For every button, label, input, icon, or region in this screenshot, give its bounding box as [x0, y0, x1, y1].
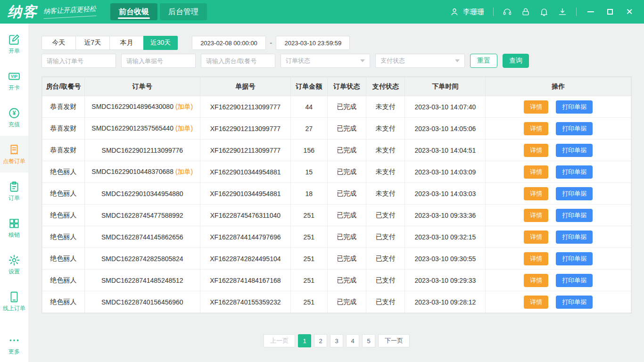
detail-button[interactable]: 详情 [524, 209, 548, 222]
order-status-select[interactable]: 订单状态 [281, 54, 370, 68]
order-status-cell: 已完成 [327, 183, 366, 205]
header-receipt-no: 单据号 [200, 77, 290, 96]
app-window: 纳客 纳客让开店更轻松 前台收银 后台管理 李珊珊 [0, 0, 644, 362]
sidebar-item-more[interactable]: 更多 [0, 328, 28, 361]
detail-button[interactable]: 详情 [524, 122, 548, 135]
order-no-cell: SMDC16229010448370688(加单) [84, 161, 200, 183]
detail-button[interactable]: 详情 [524, 252, 548, 265]
time-cell: 2023-03-10 09:28:12 [405, 291, 486, 313]
print-receipt-button[interactable]: 打印单据 [556, 252, 593, 265]
content-area: 今天 近7天 本月 近30天 - 订单状态 支付状态 [28, 24, 644, 362]
quick-filter-30days[interactable]: 近30天 [143, 36, 178, 50]
pay-status-cell: 未支付 [366, 96, 405, 118]
svg-text:VIP: VIP [11, 74, 17, 79]
print-receipt-button[interactable]: 打印单据 [556, 230, 593, 244]
quick-filter-today[interactable]: 今天 [41, 36, 76, 50]
header-actions: 操作 [486, 77, 631, 96]
actions-cell: 详情 打印单据 [486, 118, 631, 140]
quick-filter-month[interactable]: 本月 [109, 36, 144, 50]
sidebar-item-verify[interactable]: 核销 [0, 209, 28, 246]
order-no-cell: SMDC16229012113099776 [84, 140, 200, 161]
sidebar-item-vip-card[interactable]: VIP 开卡 [0, 62, 28, 99]
detail-button[interactable]: 详情 [524, 230, 548, 244]
header-order-status: 订单状态 [327, 77, 366, 96]
main-tabs: 前台收银 后台管理 [110, 3, 207, 20]
detail-button[interactable]: 详情 [524, 100, 548, 114]
more-icon [8, 334, 20, 346]
detail-button[interactable]: 详情 [524, 296, 548, 309]
order-no-cell: SMDC16229010344954880 [84, 183, 200, 205]
detail-button[interactable]: 详情 [524, 187, 548, 200]
print-receipt-button[interactable]: 打印单据 [556, 122, 593, 135]
recharge-icon: ¥ [8, 107, 20, 119]
tab-backend-admin[interactable]: 后台管理 [160, 3, 207, 20]
verify-icon [8, 217, 20, 230]
page-button[interactable]: 5 [362, 334, 375, 347]
sidebar-item-label: 充值 [8, 122, 20, 128]
sidebar-item-orders[interactable]: 订单 [0, 173, 28, 209]
print-receipt-button[interactable]: 打印单据 [556, 296, 593, 309]
maximize-button[interactable] [605, 7, 615, 17]
detail-button[interactable]: 详情 [524, 144, 548, 157]
room-cell: 恭喜发财 [42, 96, 85, 118]
actions-cell: 详情 打印单据 [486, 140, 631, 161]
add-order-tag: (加单) [175, 124, 193, 132]
maximize-icon [607, 9, 613, 15]
page-button[interactable]: 1 [298, 334, 311, 347]
bell-icon[interactable] [539, 7, 549, 16]
time-cell: 2023-03-10 14:04:51 [405, 140, 486, 161]
sidebar-item-online-orders[interactable]: 线上订单 [0, 283, 28, 320]
close-button[interactable]: ✕ [624, 7, 635, 17]
receipt-no-cell: XF16228745476311040 [200, 205, 290, 226]
page-button[interactable]: 4 [346, 334, 359, 347]
sidebar-item-open-order[interactable]: 开单 [0, 25, 28, 62]
user-menu[interactable]: 李珊珊 [450, 7, 484, 16]
filter-row-search: 订单状态 支付状态 重置 查询 [41, 54, 632, 68]
page-button[interactable]: 3 [330, 334, 343, 347]
room-input[interactable] [201, 54, 275, 68]
quick-filter-7days[interactable]: 近7天 [75, 36, 110, 50]
sidebar-item-meal-orders[interactable]: 点餐订单 [0, 136, 28, 173]
order-status-cell: 已完成 [327, 248, 366, 270]
reset-button[interactable]: 重置 [470, 54, 497, 68]
order-status-cell: 已完成 [327, 270, 366, 291]
receipt-no-input[interactable] [121, 54, 196, 68]
date-from-input[interactable] [192, 36, 266, 50]
pagination-next[interactable]: 下一页 [378, 334, 410, 347]
actions-cell: 详情 打印单据 [486, 161, 631, 183]
sidebar-item-label: 开单 [8, 48, 20, 54]
order-no-input[interactable] [41, 54, 116, 68]
minimize-icon [587, 11, 594, 12]
order-icon [8, 181, 20, 193]
detail-button[interactable]: 详情 [524, 165, 548, 179]
print-receipt-button[interactable]: 打印单据 [556, 165, 593, 179]
room-cell: 绝色丽人 [42, 183, 85, 205]
time-cell: 2023-03-10 14:03:03 [405, 183, 486, 205]
headset-icon[interactable] [503, 7, 512, 16]
print-receipt-button[interactable]: 打印单据 [556, 144, 593, 157]
print-receipt-button[interactable]: 打印单据 [556, 274, 593, 287]
pay-status-select[interactable]: 支付状态 [375, 54, 465, 68]
print-receipt-button[interactable]: 打印单据 [556, 209, 593, 222]
print-receipt-button[interactable]: 打印单据 [556, 187, 593, 200]
pagination-prev[interactable]: 上一页 [264, 334, 295, 347]
header-time: 下单时间 [405, 77, 486, 96]
print-receipt-button[interactable]: 打印单据 [556, 100, 593, 114]
lock-icon[interactable] [521, 7, 530, 16]
divider [493, 8, 494, 16]
sidebar-item-settings[interactable]: 设置 [0, 246, 28, 283]
order-status-cell: 已完成 [327, 118, 366, 140]
download-icon[interactable] [558, 7, 567, 16]
date-to-input[interactable] [276, 36, 350, 50]
page-button[interactable]: 2 [314, 334, 327, 347]
tab-front-cashier[interactable]: 前台收银 [110, 3, 157, 20]
search-button[interactable]: 查询 [503, 54, 529, 68]
detail-button[interactable]: 详情 [524, 274, 548, 287]
pagination: 上一页 1 2 3 4 5 下一页 [41, 334, 632, 347]
brand-logo: 纳客 [8, 5, 38, 19]
chevron-down-icon [455, 59, 460, 62]
receipt-no-cell: XF16228742824495104 [200, 248, 290, 270]
receipt-no-cell: XF16229012113099777 [200, 140, 290, 161]
sidebar-item-recharge[interactable]: ¥ 充值 [0, 99, 28, 136]
minimize-button[interactable] [586, 7, 596, 17]
